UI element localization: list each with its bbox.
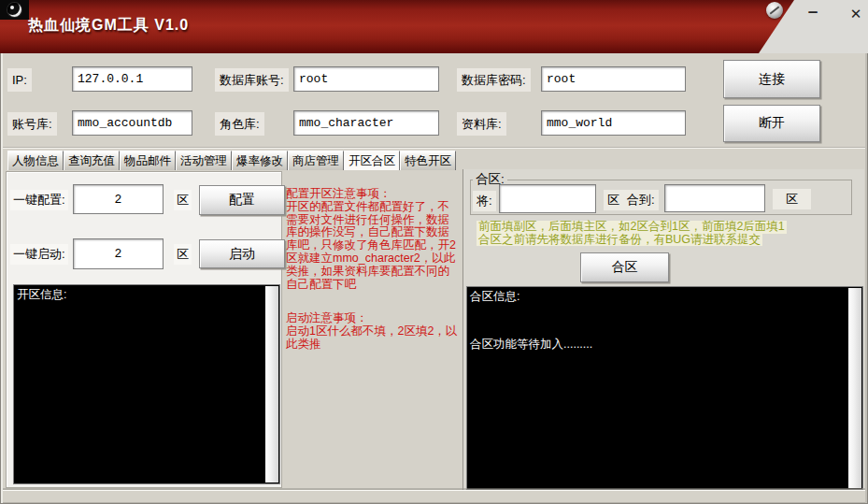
titlebar[interactable]: 热血仙境GM工具 V1.0 – ✕ — [0, 0, 868, 53]
window-title: 热血仙境GM工具 V1.0 — [28, 16, 189, 36]
tab-query-recharge[interactable]: 查询充值 — [64, 151, 120, 170]
one-key-start-label: 一键启动: — [10, 244, 68, 265]
tab-bar: 人物信息 查询充值 物品邮件 活动管理 爆率修改 商店管理 开区合区 特色开区 — [7, 151, 456, 170]
ip-label: IP: — [7, 68, 32, 92]
start-note-text: 启动注意事项： 启动1区什么都不填，2区填2，以 此类推 — [286, 312, 463, 351]
merge-button[interactable]: 合区 — [580, 252, 669, 282]
tab-character-info[interactable]: 人物信息 — [7, 151, 64, 170]
app-logo-chip — [0, 0, 29, 20]
config-button[interactable]: 配置 — [199, 185, 285, 215]
tab-special-open-zone[interactable]: 特色开区 — [400, 151, 456, 170]
tab-shop-manage[interactable]: 商店管理 — [288, 151, 344, 170]
character-db-label: 角色库: — [215, 112, 264, 136]
start-button[interactable]: 启动 — [199, 239, 285, 268]
world-db-input[interactable] — [541, 110, 686, 136]
app-window: 热血仙境GM工具 V1.0 – ✕ IP: 数据库账号: 数据库密码: 账号库:… — [0, 0, 868, 504]
merge-to-unit-label: 区 — [773, 189, 811, 209]
db-password-input[interactable] — [541, 66, 686, 92]
merge-hint-line2: 合区之前请先将数据库进行备份，有BUG请进联系提交 — [477, 234, 762, 247]
connect-button[interactable]: 连接 — [723, 60, 820, 98]
tab-item-mail[interactable]: 物品邮件 — [120, 151, 176, 170]
merge-hint-line1: 前面填副区，后面填主区，如2区合到1区，前面填2后面填1 — [477, 221, 787, 234]
tab-droprate-edit[interactable]: 爆率修改 — [232, 151, 288, 170]
merge-log-console[interactable]: 合区信息: 合区功能等待加入......... — [466, 286, 863, 490]
tab-open-merge-zone[interactable]: 开区合区 — [344, 151, 400, 170]
minimize-button[interactable]: – — [800, 4, 826, 24]
config-zone-input[interactable] — [73, 184, 164, 214]
merge-to-label: 合到: — [623, 190, 659, 210]
start-zone-input[interactable] — [73, 238, 164, 269]
tab-activity-manage[interactable]: 活动管理 — [176, 151, 232, 170]
merge-zone-panel: 合区: 将: 区 合到: 区 前面填副区，后面填主区，如2区合到1区，前面填2后… — [462, 169, 864, 493]
world-db-label: 资料库: — [457, 112, 506, 136]
merge-log-message: 合区功能等待加入......... — [467, 337, 862, 353]
character-db-input[interactable] — [293, 110, 439, 136]
db-user-input[interactable] — [293, 66, 439, 92]
notes-column: 配置开区注意事项： 开区的配置文件都配置好了，不 需要对文件进行任何操作，数据 … — [286, 188, 463, 352]
open-zone-log-console[interactable]: 开区信息: — [13, 284, 280, 484]
config-note-text: 配置开区注意事项： 开区的配置文件都配置好了，不 需要对文件进行任何操作，数据 … — [286, 188, 463, 291]
disconnect-button[interactable]: 断开 — [723, 105, 820, 142]
merge-from-label: 将: — [473, 191, 496, 211]
db-password-label: 数据库密码: — [457, 68, 531, 92]
open-zone-log-scrollbar[interactable] — [265, 286, 278, 482]
form-divider — [3, 147, 865, 149]
open-zone-log-title: 开区信息: — [14, 285, 279, 305]
merge-log-title: 合区信息: — [467, 287, 862, 307]
merge-log-scrollbar[interactable] — [848, 288, 861, 488]
account-db-label: 账号库: — [7, 112, 57, 136]
merge-from-unit-label: 区 — [604, 190, 623, 210]
yin-yang-logo-icon — [7, 3, 21, 17]
one-key-config-label: 一键配置: — [10, 190, 68, 210]
close-button[interactable]: ✕ — [843, 4, 868, 24]
merge-to-input[interactable] — [664, 184, 765, 212]
merge-hints: 前面填副区，后面填主区，如2区合到1区，前面填2后面填1 合区之前请先将数据库进… — [477, 221, 787, 246]
merge-from-input[interactable] — [499, 184, 596, 213]
window-bottom-edge — [3, 490, 865, 502]
ip-input[interactable] — [72, 66, 192, 92]
account-db-input[interactable] — [72, 110, 192, 136]
config-zone-unit-label: 区 — [174, 190, 192, 210]
open-zone-panel: 一键配置: 区 配置 一键启动: 区 启动 开区信息: — [6, 171, 282, 488]
start-zone-unit-label: 区 — [174, 244, 192, 265]
screw-icon — [766, 2, 783, 19]
db-user-label: 数据库账号: — [215, 68, 289, 92]
